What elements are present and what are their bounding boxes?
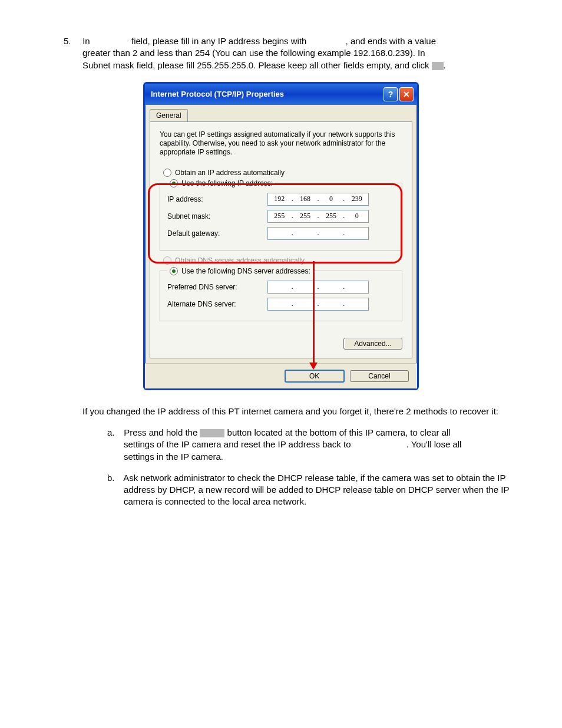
radio-icon-disabled	[163, 256, 171, 265]
alternate-dns-input[interactable]: . . .	[267, 298, 369, 311]
sub-b: b. Ask network administrator to check th…	[124, 472, 527, 508]
close-button[interactable]: ✕	[399, 87, 414, 101]
label-pref-dns: Preferred DNS server:	[167, 283, 267, 291]
blank-button-1	[432, 62, 444, 70]
tab-general[interactable]: General	[150, 109, 188, 122]
label-subnet: Subnet mask:	[167, 212, 267, 220]
radio-obtain-ip-auto[interactable]: Obtain an IP address automatically	[163, 169, 402, 177]
radio-use-ip[interactable]: Use the following IP address:	[170, 179, 273, 187]
subnet-mask-input[interactable]: 255. 255. 255. 0	[267, 210, 369, 223]
radio-icon-selected	[170, 267, 178, 275]
default-gateway-input[interactable]: . . .	[267, 227, 369, 240]
radio-use-dns[interactable]: Use the following DNS server addresses:	[170, 267, 310, 275]
radio-icon-selected	[170, 179, 178, 187]
cancel-button[interactable]: Cancel	[350, 370, 409, 382]
help-button[interactable]: ?	[384, 87, 398, 101]
radio-obtain-dns-auto: Obtain DNS server address automatically	[163, 256, 402, 265]
blank-field-3	[353, 440, 406, 447]
ok-button[interactable]: OK	[285, 370, 345, 383]
step-5-text: 5. In field, please fill in any IP addre…	[82, 35, 527, 71]
label-alt-dns: Alternate DNS server:	[167, 300, 267, 308]
blank-field-2	[309, 37, 346, 44]
highlight-arrow-line	[313, 261, 315, 364]
label-gateway: Default gateway:	[167, 229, 267, 238]
highlight-arrow-head	[309, 363, 318, 370]
tcpip-properties-dialog: Internet Protocol (TCP/IP) Properties ? …	[143, 82, 419, 390]
blank-field-1	[92, 37, 129, 44]
titlebar: Internet Protocol (TCP/IP) Properties ? …	[145, 84, 417, 105]
tab-body: You can get IP settings assigned automat…	[150, 121, 412, 358]
radio-icon	[163, 169, 171, 177]
dialog-bottom-bar: OK Cancel	[145, 363, 417, 388]
step-number: 5.	[64, 35, 80, 47]
ip-address-input[interactable]: 192. 168. 0. 239	[267, 193, 369, 206]
dialog-title: Internet Protocol (TCP/IP) Properties	[151, 90, 284, 98]
label-ip: IP address:	[167, 195, 267, 203]
followup-text: If you changed the IP address of this PT…	[82, 406, 527, 417]
sub-a: a. Press and hold the button located at …	[124, 427, 527, 463]
dialog-description: You can get IP settings assigned automat…	[160, 130, 402, 157]
manual-dns-fieldset: Use the following DNS server addresses: …	[160, 267, 402, 321]
advanced-button[interactable]: Advanced...	[343, 338, 402, 350]
manual-ip-fieldset: Use the following IP address: IP address…	[160, 179, 402, 251]
blank-button-2	[200, 429, 224, 437]
preferred-dns-input[interactable]: . . .	[267, 281, 369, 294]
